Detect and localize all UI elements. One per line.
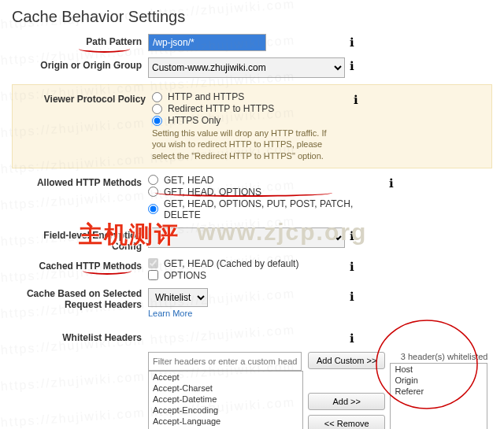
info-icon[interactable]: ℹ (345, 288, 372, 304)
learn-more-link[interactable]: Learn More (148, 309, 192, 318)
page-title: Cache Behavior Settings (12, 8, 492, 26)
whitelist-label: Whitelist Headers (12, 330, 148, 343)
info-icon[interactable]: ℹ (349, 91, 376, 107)
protocol-https-only[interactable]: HTTPS Only (152, 115, 349, 126)
available-headers-list[interactable]: Accept Accept-Charset Accept-Datetime Ac… (148, 371, 303, 429)
protocol-hint: Setting this value will drop any HTTP tr… (152, 128, 337, 161)
origin-select[interactable]: Custom-www.zhujiwiki.com (148, 57, 345, 78)
info-icon[interactable]: ℹ (345, 57, 372, 73)
annotation-underline (155, 189, 332, 197)
annotation-underline (83, 267, 132, 275)
whitelisted-count: 3 header(s) whitelisted (390, 352, 487, 361)
list-item[interactable]: Host (391, 364, 487, 375)
info-icon[interactable]: ℹ (345, 258, 372, 274)
info-icon[interactable]: ℹ (345, 34, 372, 50)
annotation-underline (79, 45, 130, 53)
cache-headers-label: Cache Based on Selected Request Headers (12, 288, 148, 310)
list-item[interactable]: Referer (391, 386, 487, 397)
filter-headers-input[interactable] (148, 352, 302, 371)
protocol-label: Viewer Protocol Policy (16, 91, 152, 105)
list-item[interactable]: Accept (149, 372, 302, 383)
add-custom-button[interactable]: Add Custom >> (308, 352, 385, 369)
list-item[interactable]: Accept-Datetime (149, 394, 302, 405)
info-icon[interactable]: ℹ (384, 175, 411, 190)
cache-headers-select[interactable]: Whitelist (148, 288, 208, 307)
list-item[interactable]: Accept-Encoding (149, 405, 302, 416)
whitelisted-headers-list[interactable]: Host Origin Referer (390, 363, 487, 429)
methods-get-head[interactable]: GET, HEAD (148, 175, 384, 186)
protocol-http-https[interactable]: HTTP and HTTPS (152, 91, 349, 102)
path-pattern-input[interactable] (148, 34, 266, 51)
encryption-select[interactable] (148, 227, 345, 248)
add-button[interactable]: Add >> (308, 393, 385, 410)
info-icon[interactable]: ℹ (345, 227, 372, 243)
methods-all[interactable]: GET, HEAD, OPTIONS, PUT, POST, PATCH, DE… (148, 198, 384, 220)
cached-options[interactable]: OPTIONS (148, 270, 345, 281)
origin-label: Origin or Origin Group (12, 57, 148, 71)
list-item[interactable]: Accept-Charset (149, 383, 302, 394)
cached-get-head[interactable]: GET, HEAD (Cached by default) (148, 258, 345, 269)
info-icon[interactable]: ℹ (345, 330, 372, 346)
remove-button[interactable]: << Remove (308, 415, 385, 429)
protocol-redirect[interactable]: Redirect HTTP to HTTPS (152, 103, 349, 114)
list-item[interactable]: Origin (391, 375, 487, 386)
list-item[interactable]: Accept-Language (149, 416, 302, 427)
methods-label: Allowed HTTP Methods (12, 175, 148, 188)
encryption-label: Field-level Encryption Config (12, 227, 148, 252)
